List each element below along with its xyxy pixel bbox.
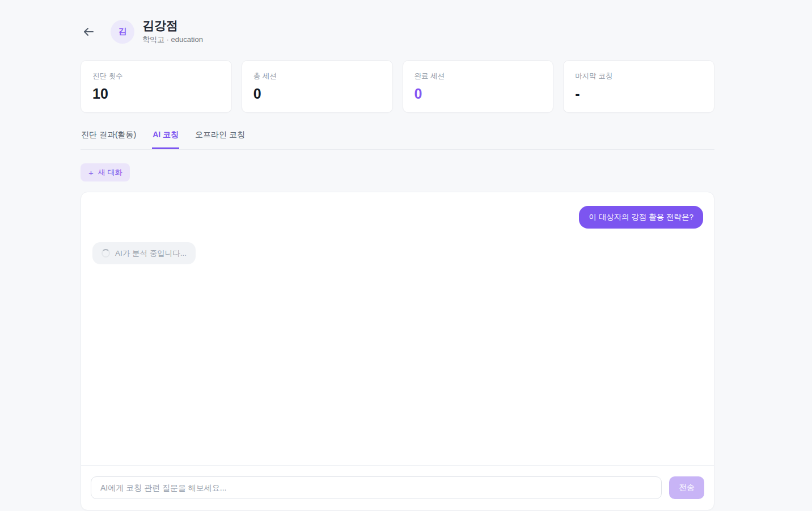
plus-icon: + <box>88 168 94 177</box>
stat-value: 10 <box>92 86 220 102</box>
stat-value: - <box>575 86 703 102</box>
chat-messages: 이 대상자의 강점 활용 전략은? AI가 분석 중입니다... <box>81 192 714 465</box>
ai-loading-bubble: AI가 분석 중입니다... <box>92 242 196 265</box>
page-title: 김강점 <box>142 18 203 32</box>
back-button[interactable] <box>81 24 96 40</box>
tab-diagnosis-results[interactable]: 진단 결과(활동) <box>81 130 137 149</box>
page-container: 김 김강점 학익고 · education 진단 횟수 10 총 세션 0 완료… <box>81 0 714 510</box>
avatar-initial: 김 <box>119 26 127 37</box>
new-chat-button[interactable]: + 새 대화 <box>81 163 130 181</box>
stat-label: 완료 세션 <box>415 71 542 81</box>
profile-subtitle: 학익고 · education <box>142 35 203 45</box>
stat-value: 0 <box>253 86 381 102</box>
stat-card-diagnosis-count: 진단 횟수 10 <box>81 60 232 113</box>
ai-loading-text: AI가 분석 중입니다... <box>115 248 187 259</box>
chat-input[interactable] <box>91 476 662 499</box>
loading-spinner-icon <box>102 249 110 257</box>
tab-offline-coaching[interactable]: 오프라인 코칭 <box>194 130 246 149</box>
name-block: 김강점 학익고 · education <box>142 18 203 45</box>
tab-bar: 진단 결과(활동) AI 코칭 오프라인 코칭 <box>81 130 714 150</box>
new-chat-label: 새 대화 <box>98 167 122 178</box>
stat-label: 마지막 코칭 <box>575 71 703 81</box>
user-message-bubble: 이 대상자의 강점 활용 전략은? <box>579 206 703 229</box>
avatar: 김 <box>111 20 134 44</box>
stats-row: 진단 횟수 10 총 세션 0 완료 세션 0 마지막 코칭 - <box>81 60 714 113</box>
stat-label: 진단 횟수 <box>92 71 220 81</box>
stat-label: 총 세션 <box>253 71 381 81</box>
chat-panel: 이 대상자의 강점 활용 전략은? AI가 분석 중입니다... 전송 <box>81 192 714 510</box>
tab-ai-coaching[interactable]: AI 코칭 <box>152 130 179 149</box>
send-button[interactable]: 전송 <box>669 476 704 499</box>
toolbar: + 새 대화 <box>81 163 714 181</box>
stat-card-last-coaching: 마지막 코칭 - <box>563 60 714 113</box>
arrow-left-icon <box>82 25 95 39</box>
chat-input-row: 전송 <box>81 465 714 510</box>
stat-value: 0 <box>415 86 542 102</box>
stat-card-completed-sessions: 완료 세션 0 <box>403 60 554 113</box>
stat-card-total-sessions: 총 세션 0 <box>242 60 393 113</box>
profile-header: 김 김강점 학익고 · education <box>81 18 714 45</box>
